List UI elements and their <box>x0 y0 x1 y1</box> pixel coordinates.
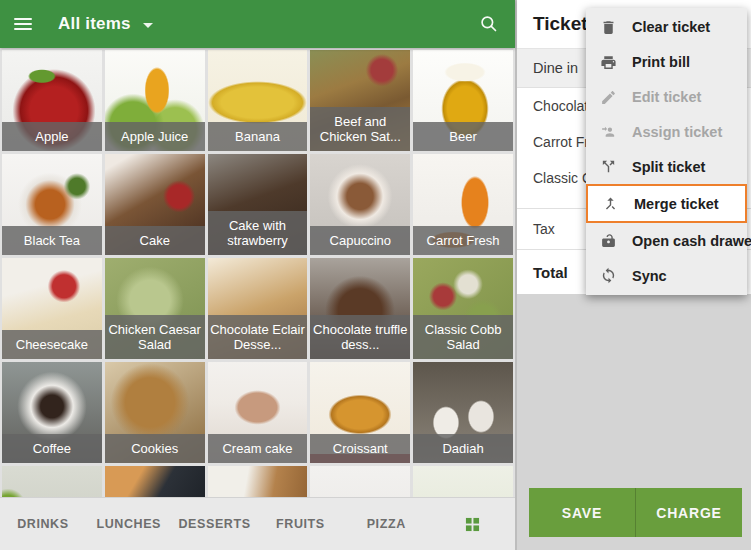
product-image <box>310 466 410 497</box>
product-label: Dadiah <box>413 434 513 463</box>
menu-item-label: Edit ticket <box>632 89 701 105</box>
menu-item-open-cash-drawer[interactable]: Open cash drawer <box>586 223 747 258</box>
tab-fruits[interactable]: FRUITS <box>257 517 343 531</box>
product-label: Beef and Chicken Sat... <box>310 107 410 151</box>
hamburger-menu-icon[interactable] <box>14 14 34 34</box>
product-label: Cake with strawberry <box>208 211 308 255</box>
ticket-options-menu: Clear ticket Print bill Edit ticket Assi… <box>586 8 747 295</box>
product-tile-carrot-fresh[interactable]: Carrot Fresh <box>413 154 513 255</box>
save-button[interactable]: SAVE <box>529 488 636 537</box>
charge-button[interactable]: CHARGE <box>636 488 742 537</box>
tab-lunches[interactable]: LUNCHES <box>86 517 172 531</box>
product-tile-classic-cobb-salad[interactable]: Classic Cobb Salad <box>413 258 513 359</box>
product-label: Chicken Caesar Salad <box>105 315 205 359</box>
product-tile-capuccino[interactable]: Capuccino <box>310 154 410 255</box>
product-label: Apple <box>2 122 102 151</box>
product-tile-partial[interactable] <box>105 466 205 497</box>
product-tile-apple-juice[interactable]: Apple Juice <box>105 50 205 151</box>
tax-label: Tax <box>533 221 555 237</box>
product-tile-black-tea[interactable]: Black Tea <box>2 154 102 255</box>
menu-item-merge-ticket[interactable]: Merge ticket <box>586 184 747 223</box>
product-tile-cheesecake[interactable]: Cheesecake <box>2 258 102 359</box>
tab-pizza[interactable]: PIZZA <box>343 517 429 531</box>
sync-icon <box>599 267 617 285</box>
product-tile-apple[interactable]: Apple <box>2 50 102 151</box>
product-label: Cream cake <box>208 434 308 463</box>
product-tile-partial[interactable] <box>413 466 513 497</box>
product-label: Classic Cobb Salad <box>413 315 513 359</box>
product-image <box>413 466 513 497</box>
menu-item-label: Clear ticket <box>632 19 710 35</box>
app-header: All items <box>0 0 515 48</box>
product-tile-chicken-caesar-salad[interactable]: Chicken Caesar Salad <box>105 258 205 359</box>
menu-item-sync[interactable]: Sync <box>586 258 747 293</box>
menu-item-assign-ticket: Assign ticket <box>586 115 747 150</box>
product-image <box>2 466 102 497</box>
tab-drinks[interactable]: DRINKS <box>0 517 86 531</box>
product-label: Chocolate truffle dess... <box>310 315 410 359</box>
product-image <box>105 466 205 497</box>
product-tile-dadiah[interactable]: Dadiah <box>413 362 513 463</box>
product-image <box>208 466 308 497</box>
menu-item-print-bill[interactable]: Print bill <box>586 45 747 80</box>
menu-item-label: Print bill <box>632 54 690 70</box>
action-buttons: SAVE CHARGE <box>529 488 742 537</box>
grid-view-icon[interactable] <box>429 517 515 532</box>
pos-app-window: All items Apple Apple Juice Banana Beef … <box>0 0 751 550</box>
product-tile-cookies[interactable]: Cookies <box>105 362 205 463</box>
pencil-icon <box>599 88 617 106</box>
product-label: Croissant <box>310 434 410 463</box>
menu-item-label: Open cash drawer <box>632 233 751 249</box>
product-label: Cheesecake <box>2 330 102 359</box>
menu-item-label: Merge ticket <box>634 196 719 212</box>
menu-item-label: Assign ticket <box>632 124 722 140</box>
product-tile-partial[interactable] <box>310 466 410 497</box>
product-tile-banana[interactable]: Banana <box>208 50 308 151</box>
search-icon[interactable] <box>477 12 501 36</box>
printer-icon <box>599 53 617 71</box>
ticket-title: Ticket <box>533 13 588 35</box>
chevron-down-icon[interactable] <box>143 23 153 28</box>
product-label: Banana <box>208 122 308 151</box>
order-type-label: Dine in <box>533 60 578 76</box>
items-panel: All items Apple Apple Juice Banana Beef … <box>0 0 515 550</box>
product-grid: Apple Apple Juice Banana Beef and Chicke… <box>0 48 515 497</box>
product-label: Apple Juice <box>105 122 205 151</box>
product-label: Cake <box>105 226 205 255</box>
merge-icon <box>601 195 619 213</box>
product-tile-cream-cake[interactable]: Cream cake <box>208 362 308 463</box>
total-label: Total <box>533 264 568 281</box>
product-tile-beef-and-chicken-satay[interactable]: Beef and Chicken Sat... <box>310 50 410 151</box>
product-label: Coffee <box>2 434 102 463</box>
product-label: Black Tea <box>2 226 102 255</box>
product-tile-cake[interactable]: Cake <box>105 154 205 255</box>
category-tab-bar: DRINKS LUNCHES DESSERTS FRUITS PIZZA <box>0 497 515 550</box>
tab-desserts[interactable]: DESSERTS <box>172 517 258 531</box>
product-tile-partial[interactable] <box>2 466 102 497</box>
product-label: Chocolate Eclair Desse... <box>208 315 308 359</box>
product-label: Capuccino <box>310 226 410 255</box>
split-icon <box>599 158 617 176</box>
menu-item-label: Split ticket <box>632 159 705 175</box>
menu-item-edit-ticket: Edit ticket <box>586 80 747 115</box>
product-tile-croissant[interactable]: Croissant <box>310 362 410 463</box>
menu-item-split-ticket[interactable]: Split ticket <box>586 150 747 185</box>
category-selector-label[interactable]: All items <box>58 14 131 34</box>
product-tile-cake-with-strawberry[interactable]: Cake with strawberry <box>208 154 308 255</box>
product-tile-chocolate-eclair-dessert[interactable]: Chocolate Eclair Desse... <box>208 258 308 359</box>
product-tile-coffee[interactable]: Coffee <box>2 362 102 463</box>
assign-person-icon <box>599 123 617 141</box>
product-tile-chocolate-truffle-dessert[interactable]: Chocolate truffle dess... <box>310 258 410 359</box>
trash-icon <box>599 18 617 36</box>
product-tile-beer[interactable]: Beer <box>413 50 513 151</box>
product-label: Carrot Fresh <box>413 226 513 255</box>
product-label: Cookies <box>105 434 205 463</box>
menu-item-label: Sync <box>632 268 667 284</box>
menu-item-clear-ticket[interactable]: Clear ticket <box>586 10 747 45</box>
product-tile-partial[interactable] <box>208 466 308 497</box>
cash-drawer-icon <box>599 232 617 250</box>
product-label: Beer <box>413 122 513 151</box>
